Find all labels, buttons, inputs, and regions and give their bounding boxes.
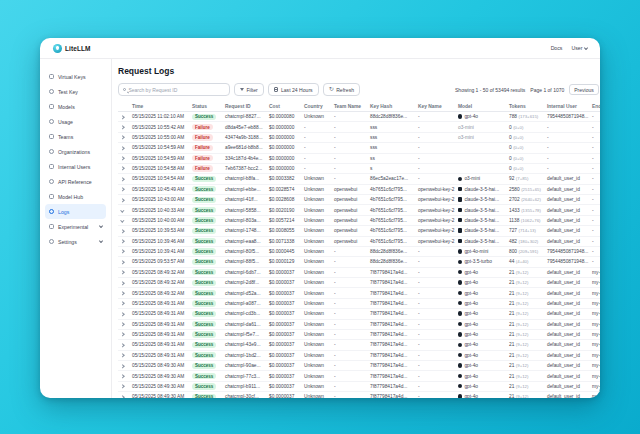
table-row[interactable]: 05/15/2025 10:39:41 AMSuccesschatcmpl-80…: [118, 246, 600, 256]
table-row[interactable]: 05/15/2025 11:02:10 AMSuccesschatcmpl-88…: [118, 112, 600, 122]
sidebar-item-usage[interactable]: Usage: [45, 114, 106, 129]
search-icon: [123, 88, 126, 91]
row-expand-cell: [118, 246, 129, 256]
chevron-down-icon: [100, 239, 104, 243]
tokens-total: 21: [509, 394, 514, 398]
chevron-right-icon[interactable]: [120, 157, 124, 161]
country-cell: Unknown: [301, 195, 331, 205]
sidebar-item-model-hub[interactable]: Model Hub: [45, 189, 106, 204]
chevron-right-icon[interactable]: [120, 167, 124, 171]
sidebar-item-logs[interactable]: Logs: [45, 204, 106, 219]
chevron-right-icon[interactable]: [120, 188, 124, 192]
cost-cell: $0.0028608: [266, 195, 301, 205]
previous-button[interactable]: Previous: [569, 84, 598, 95]
time-range-button[interactable]: Last 24 Hours: [268, 83, 319, 96]
chevron-right-icon[interactable]: [120, 374, 124, 378]
sidebar-item-teams[interactable]: Teams: [45, 129, 106, 144]
table-row[interactable]: 05/15/2025 10:39:46 AMSuccesschatcmpl-ea…: [118, 236, 600, 246]
table-row[interactable]: 05/15/2025 08:49:32 AMSuccesschatcmpl-6d…: [118, 267, 600, 277]
time-cell: 05/15/2025 08:49:32 AM: [129, 278, 189, 288]
time-cell: 05/15/2025 11:02:10 AM: [129, 112, 189, 122]
chevron-right-icon[interactable]: [120, 229, 124, 233]
chevron-right-icon[interactable]: [120, 354, 124, 358]
chevron-right-icon[interactable]: [120, 323, 124, 327]
sidebar-item-experimental[interactable]: Experimental: [45, 219, 106, 234]
chevron-right-icon[interactable]: [120, 136, 124, 140]
table-row[interactable]: 05/15/2025 08:49:31 AMSuccesschatcmpl-43…: [118, 340, 600, 350]
sidebar-item-virtual-keys[interactable]: Virtual Keys: [45, 69, 106, 84]
sidebar-item-internal-users[interactable]: Internal Users: [45, 159, 106, 174]
table-row[interactable]: 05/15/2025 08:49:30 AMSuccesschatcmpl-90…: [118, 361, 600, 371]
table-row[interactable]: 05/15/2025 08:49:30 AMSuccesschatcmpl-77…: [118, 371, 600, 381]
row-expand-cell: [118, 132, 129, 142]
sidebar-item-api-reference[interactable]: API Reference: [45, 174, 106, 189]
country-cell: Unknown: [301, 267, 331, 277]
chevron-right-icon[interactable]: [120, 271, 124, 275]
experimental-icon: [49, 224, 54, 229]
chevron-right-icon[interactable]: [120, 364, 124, 368]
table-row[interactable]: 05/15/2025 08:49:30 AMSuccesschatcmpl-b9…: [118, 381, 600, 391]
chevron-right-icon[interactable]: [120, 343, 124, 347]
country-cell: Unknown: [301, 215, 331, 225]
chevron-right-icon[interactable]: [120, 250, 124, 254]
chevron-right-icon[interactable]: [120, 281, 124, 285]
table-row[interactable]: 05/15/2025 09:53:57 AMSuccesschatcmpl-88…: [118, 257, 600, 267]
chevron-right-icon[interactable]: [120, 115, 124, 119]
table-row[interactable]: 05/15/2025 10:39:53 AMSuccesschatcmpl-17…: [118, 226, 600, 236]
table-row[interactable]: 05/15/2025 08:49:32 AMSuccesschatcmpl-d5…: [118, 288, 600, 298]
sidebar-item-models[interactable]: Models: [45, 99, 106, 114]
chevron-right-icon[interactable]: [120, 198, 124, 202]
key-name-cell: -: [415, 361, 455, 371]
chevron-right-icon[interactable]: [120, 125, 124, 129]
table-row[interactable]: 05/15/2025 10:55:42 AMFailured8da45e7-eb…: [118, 122, 600, 132]
table-row[interactable]: 05/15/2025 08:49:31 AMSuccesschatcmpl-cd…: [118, 309, 600, 319]
chevron-right-icon[interactable]: [120, 333, 124, 337]
table-row[interactable]: 05/15/2025 10:40:00 AMSuccesschatcmpl-80…: [118, 215, 600, 225]
table-row[interactable]: 05/15/2025 10:54:59 AMFailurea9ee681d-b8…: [118, 143, 600, 153]
model-cell: claude-3-5-hai...: [455, 236, 506, 246]
team-name-cell: -: [331, 278, 367, 288]
table-row[interactable]: 05/15/2025 08:49:31 AMSuccesschatcmpl-a0…: [118, 298, 600, 308]
table-row[interactable]: 05/15/2025 08:49:30 AMSuccesschatcmpl-30…: [118, 392, 600, 398]
table-row[interactable]: 05/15/2025 08:49:31 AMSuccesschatcmpl-1b…: [118, 350, 600, 360]
table-row[interactable]: 05/15/2025 10:54:54 AMSuccesschatcmpl-b8…: [118, 174, 600, 184]
docs-link[interactable]: Docs: [551, 45, 563, 51]
chevron-right-icon[interactable]: [120, 291, 124, 295]
chevron-right-icon[interactable]: [120, 385, 124, 389]
chevron-right-icon[interactable]: [120, 260, 124, 264]
column-header-country: Country: [301, 101, 331, 112]
litellm-logo[interactable]: LiteLLM: [53, 44, 91, 53]
table-row[interactable]: 05/15/2025 10:43:00 AMSuccesschatcmpl-41…: [118, 195, 600, 205]
model-name: gpt-4o: [464, 291, 478, 296]
sidebar-item-test-key[interactable]: Test Key: [45, 84, 106, 99]
chevron-right-icon[interactable]: [120, 177, 124, 181]
table-row[interactable]: 05/15/2025 08:49:31 AMSuccesschatcmpl-da…: [118, 319, 600, 329]
table-row[interactable]: 05/15/2025 10:54:59 AMFailure334c187d-4b…: [118, 153, 600, 163]
chevron-right-icon[interactable]: [120, 312, 124, 316]
country-cell: Unknown: [301, 340, 331, 350]
refresh-button[interactable]: ↻ Refresh: [323, 83, 360, 96]
cost-cell: $0.0000037: [266, 309, 301, 319]
chevron-right-icon[interactable]: [120, 146, 124, 150]
sidebar-item-organizations[interactable]: Organizations: [45, 144, 106, 159]
search-box[interactable]: [118, 83, 230, 96]
table-row[interactable]: 05/15/2025 10:55:00 AMFailure43474a9b-31…: [118, 132, 600, 142]
model-name: o3-mini: [464, 176, 480, 181]
key-hash-cell: 7f87798417a4d...: [367, 267, 415, 277]
filter-button[interactable]: Filter: [234, 83, 264, 96]
chevron-right-icon[interactable]: [120, 302, 124, 306]
table-row[interactable]: 05/15/2025 08:49:31 AMSuccesschatcmpl-f5…: [118, 329, 600, 339]
chevron-right-icon[interactable]: [120, 240, 124, 244]
search-input[interactable]: [128, 87, 225, 93]
table-row[interactable]: 05/15/2025 08:49:32 AMSuccesschatcmpl-2d…: [118, 278, 600, 288]
chevron-right-icon[interactable]: [120, 395, 124, 398]
table-row[interactable]: 05/15/2025 10:45:49 AMSuccesschatcmpl-eb…: [118, 184, 600, 194]
chevron-down-icon[interactable]: [120, 219, 124, 223]
sidebar-item-settings[interactable]: Settings: [45, 234, 106, 249]
table-row[interactable]: 05/15/2025 10:54:58 AMFailure7eb67387-bc…: [118, 163, 600, 173]
user-menu[interactable]: User: [571, 45, 587, 51]
table-row[interactable]: 05/15/2025 10:40:33 AMSuccesschatcmpl-58…: [118, 205, 600, 215]
cost-cell: $0.0000037: [266, 371, 301, 381]
chevron-down-icon[interactable]: [120, 208, 124, 212]
model-hub-icon: [49, 194, 54, 199]
